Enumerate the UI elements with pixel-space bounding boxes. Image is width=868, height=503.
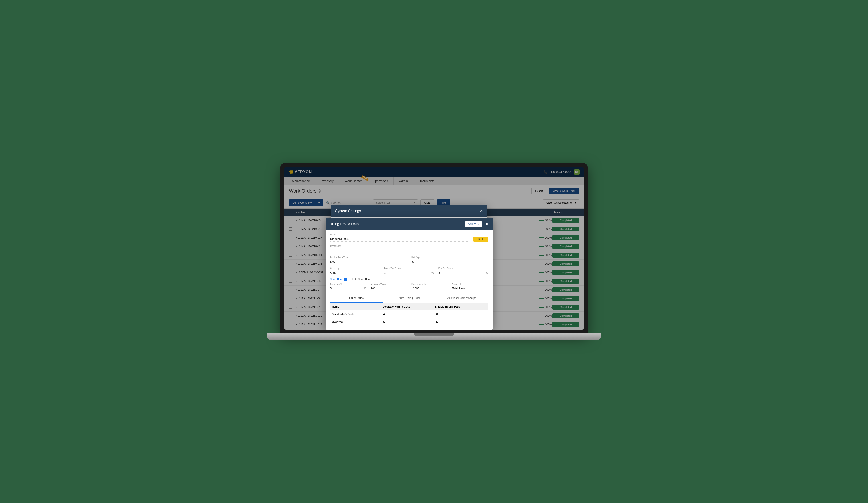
settings-modal-header: System Settings ✕ <box>331 205 487 217</box>
max-value-field[interactable]: 10000 <box>411 286 447 291</box>
actions-dropdown[interactable]: Actions ▾ <box>465 222 482 227</box>
close-icon[interactable]: ✕ <box>485 222 488 227</box>
shop-fee-section: Shop Fee ✓ Include Shop Fee <box>330 278 488 281</box>
currency-field[interactable]: USD <box>330 270 380 275</box>
invoice-term-field[interactable]: Net <box>330 259 407 264</box>
min-value-field[interactable]: 100 <box>371 286 407 291</box>
name-label: Name <box>330 234 470 236</box>
labor-rates-table: Name Average Hourly Cost Billable Hourly… <box>330 303 488 326</box>
billing-modal-header: Billing Profile Detail Actions ▾ ✕ <box>326 218 493 230</box>
labor-rate-row[interactable]: Standard (Default) 40 50 <box>330 310 488 318</box>
labor-rate-row[interactable]: Overtime 65 85 <box>330 318 488 326</box>
name-field[interactable]: Standard 2023 <box>330 236 470 242</box>
part-tax-field[interactable]: 3% <box>438 270 488 275</box>
include-shop-fee-checkbox[interactable]: ✓ <box>344 278 347 281</box>
tab-parts-pricing[interactable]: Parts Pricing Rules <box>383 294 436 303</box>
billing-modal-title: Billing Profile Detail <box>330 222 360 226</box>
description-label: Description <box>330 245 488 247</box>
applies-to-field[interactable]: Total Parts <box>452 286 488 291</box>
chevron-down-icon: ▾ <box>478 223 479 226</box>
draft-status-badge: Draft <box>473 237 488 242</box>
close-icon[interactable]: ✕ <box>479 208 483 214</box>
tab-labor-rates[interactable]: Labor Rates <box>330 294 383 303</box>
labor-tax-field[interactable]: 3% <box>384 270 434 275</box>
net-days-field[interactable]: 30 <box>411 259 488 264</box>
settings-modal-title: System Settings <box>335 209 361 213</box>
shop-fee-pct-field[interactable]: 5% <box>330 286 366 291</box>
description-field[interactable] <box>330 248 488 253</box>
billing-tabs: Labor Rates Parts Pricing Rules Addition… <box>330 294 488 303</box>
tab-cost-markups[interactable]: Additional Cost Markups <box>435 294 488 303</box>
billing-profile-modal: Billing Profile Detail Actions ▾ ✕ Name … <box>326 218 493 330</box>
